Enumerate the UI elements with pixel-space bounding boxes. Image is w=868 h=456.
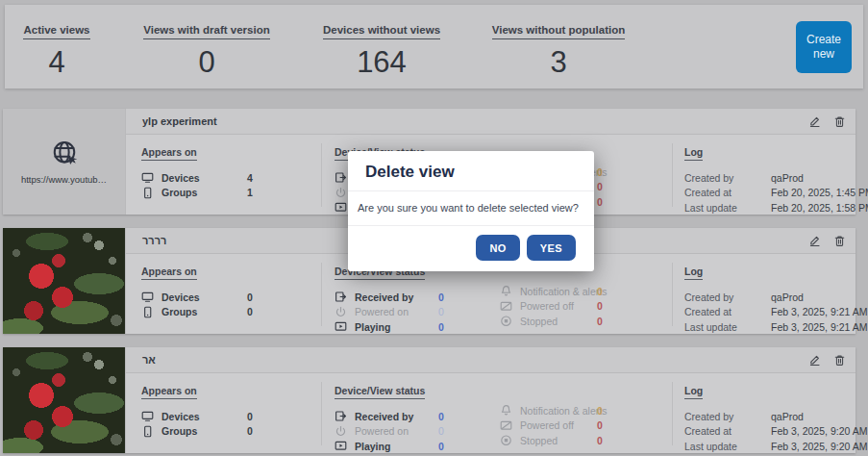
row-value: 1 (247, 187, 253, 198)
playing-monitor-icon (335, 440, 347, 452)
power-icon (335, 306, 347, 318)
status-label: Playing (355, 441, 390, 452)
stat-label: Views without population (492, 24, 625, 39)
log-row: Created at Feb 3, 2025, 9:20 AM (684, 424, 868, 440)
log-section: Log Created by qaProd Created at Feb 3, … (684, 381, 868, 454)
log-value: Feb 20, 2025, 1:58 PM (771, 202, 868, 214)
log-label: Created at (684, 306, 771, 317)
status-value: 0 (597, 435, 603, 446)
log-section: Log Created by qaProd Created at Feb 3, … (684, 262, 868, 335)
section-header: Appears on (141, 146, 197, 161)
status-value: 0 (438, 291, 444, 303)
delete-icon[interactable] (833, 235, 846, 247)
row-value: 0 (247, 425, 253, 437)
status-row: Powered on 0 (335, 424, 493, 440)
status-value: 0 (597, 181, 603, 192)
monitor-icon (141, 410, 154, 422)
stat-value: 0 (136, 45, 278, 80)
delete-icon[interactable] (833, 115, 846, 128)
received-doc-icon (335, 410, 347, 422)
delete-view-modal: Delete view Are you sure you want to del… (348, 151, 594, 271)
log-value: Feb 3, 2025, 9:21 AM (771, 321, 867, 333)
card-content: אר Appears on Devices 0 G (125, 347, 856, 453)
status-value: 0 (597, 419, 603, 431)
log-value: Feb 3, 2025, 9:20 AM (771, 425, 867, 437)
bell-icon (500, 285, 512, 297)
edit-icon[interactable] (808, 115, 821, 128)
stat-views-draft: Views with draft version 0 (136, 20, 278, 80)
card-title-row: ylp experiment (126, 109, 856, 135)
view-title: אר (142, 354, 156, 366)
row-value: 0 (247, 411, 253, 422)
section-header: Log (684, 146, 703, 161)
status-label: Powered off (520, 300, 574, 312)
appears-on-section: Appears on Devices 0 Groups 0 (141, 381, 307, 439)
monitor-off-icon (500, 300, 512, 313)
status-label: Received by (355, 411, 413, 422)
received-doc-icon (335, 291, 347, 303)
log-label: Created at (684, 187, 771, 198)
log-label: Created at (684, 425, 771, 437)
stat-value: 3 (480, 45, 637, 80)
status-value: 0 (597, 405, 603, 417)
status-row: Powered off 0 (500, 418, 646, 434)
log-label: Created by (684, 172, 771, 184)
delete-icon[interactable] (833, 354, 846, 367)
log-value: Feb 3, 2025, 9:20 AM (771, 441, 867, 452)
device-view-status-section: Device/View status Received by 0 Powered… (335, 381, 493, 454)
tablet-icon (141, 187, 154, 199)
status-value: 0 (438, 321, 444, 333)
divider (321, 143, 322, 207)
appears-row: Groups 1 (141, 186, 307, 201)
edit-icon[interactable] (808, 354, 821, 367)
row-label: Groups (161, 306, 197, 317)
card-title-row: אר (126, 347, 856, 373)
status-label: Powered on (355, 306, 409, 317)
status-row: Playing 0 (335, 439, 493, 454)
log-row: Created by qaProd (684, 170, 868, 186)
stop-icon (500, 434, 512, 446)
monitor-icon (141, 291, 154, 303)
power-icon (335, 187, 347, 199)
stat-views-without-population: Views without population 3 (480, 20, 637, 80)
log-label: Last update (684, 202, 771, 214)
row-label: Devices (161, 411, 200, 422)
stop-icon (500, 315, 512, 327)
edit-icon[interactable] (808, 235, 821, 247)
log-value: Feb 20, 2025, 1:45 PM (771, 187, 868, 198)
power-icon (335, 425, 347, 438)
tablet-icon (141, 306, 154, 318)
view-thumbnail-photo (3, 347, 125, 453)
log-label: Created by (684, 411, 771, 422)
status-value: 0 (597, 286, 603, 297)
status-row: Notification & alerts 0 (500, 284, 646, 299)
yes-button[interactable]: YES (527, 235, 576, 261)
device-view-status-section: Device/View status Received by 0 Powered… (335, 262, 493, 335)
status-value: 0 (438, 441, 444, 452)
globe-cursor-icon (50, 139, 79, 167)
status-value: 0 (438, 411, 444, 422)
section-header: Device/View status (335, 385, 425, 399)
divider (321, 263, 322, 326)
log-value: qaProd (771, 411, 804, 422)
status-label: Powered off (520, 419, 574, 431)
log-value: qaProd (771, 291, 804, 303)
status-row: Notification & alerts 0 (500, 403, 646, 418)
appears-on-section: Appears on Devices 0 Groups 0 (141, 262, 307, 319)
log-value: qaProd (771, 172, 804, 184)
stat-label: Active views (23, 24, 89, 39)
view-title: ylp experiment (142, 115, 217, 127)
no-button[interactable]: NO (476, 235, 519, 261)
create-new-button[interactable]: Create new (796, 21, 852, 73)
status-label: Notification & alerts (520, 405, 607, 417)
monitor-icon (141, 171, 154, 184)
status-value: 0 (438, 425, 444, 437)
divider (321, 382, 322, 445)
log-row: Created by qaProd (684, 409, 868, 424)
status-label: Playing (355, 321, 390, 333)
log-row: Last update Feb 3, 2025, 9:21 AM (684, 319, 868, 335)
stat-devices-without-views: Devices without views 164 (307, 20, 457, 80)
section-header: Log (684, 385, 703, 399)
log-label: Last update (684, 321, 771, 333)
row-value: 0 (247, 306, 253, 317)
